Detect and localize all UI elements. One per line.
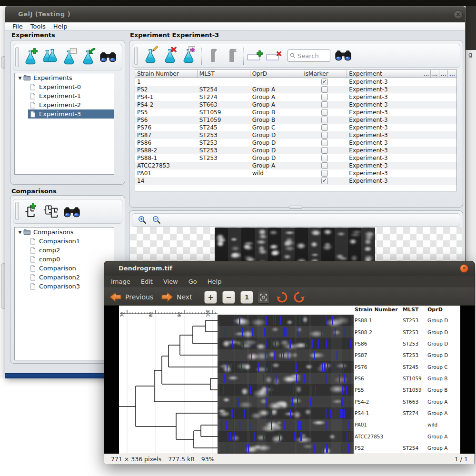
comparisons-panel-header: Comparisons <box>11 188 57 195</box>
column-header-strain[interactable]: Strain Number <box>135 70 198 78</box>
previous-button[interactable] <box>109 292 122 302</box>
ismarker-checkbox[interactable] <box>321 86 328 93</box>
viewer-zoom-out-button[interactable]: − <box>222 291 235 304</box>
column-header-more[interactable]: ... <box>448 70 456 78</box>
new-comparison-button[interactable] <box>22 204 40 220</box>
duplicate-comparison-button[interactable] <box>42 204 60 220</box>
best-fit-button[interactable] <box>257 291 270 304</box>
ismarker-checkbox[interactable] <box>321 94 328 100</box>
menu-item[interactable]: File <box>12 23 23 30</box>
menu-item[interactable]: Go <box>188 278 197 285</box>
ismarker-checkbox[interactable] <box>321 79 328 85</box>
comparison-tree-item[interactable]: Comparison <box>15 264 114 273</box>
experiment-tree-item[interactable]: Experiment-2 <box>15 100 114 109</box>
column-header-more[interactable]: ... <box>422 70 431 78</box>
ismarker-checkbox[interactable] <box>321 132 328 139</box>
ismarker-checkbox[interactable] <box>321 155 328 161</box>
import-experiment-button[interactable] <box>79 48 97 66</box>
comparison-tree-item[interactable]: comp2 <box>15 246 114 255</box>
column-header-more[interactable]: ... <box>439 70 448 78</box>
next-label[interactable]: Next <box>177 293 192 301</box>
table-row[interactable]: PS88-2 ST253 Group D Experiment-3 <box>135 147 456 154</box>
duplicate-experiment-button[interactable] <box>40 48 59 66</box>
search-comparisons-button[interactable] <box>62 205 81 219</box>
delete-experiment-button[interactable] <box>161 47 178 65</box>
table-row[interactable]: PS86 ST253 Group D Experiment-3 <box>135 139 456 147</box>
gelj-titlebar[interactable]: GelJ (Testing ) ✕ <box>5 7 465 22</box>
ismarker-checkbox[interactable] <box>321 109 328 116</box>
table-row[interactable]: PS4-2 ST663 Group A Experiment-3 <box>135 101 456 109</box>
viewer-close-button[interactable]: ✕ <box>460 264 468 273</box>
experiment-tree-item[interactable]: Experiment-0 <box>15 82 114 91</box>
export-experiment-button[interactable] <box>180 47 197 65</box>
menu-item[interactable]: Image <box>111 278 130 285</box>
column-header-ismarker[interactable]: isMarker <box>302 70 347 78</box>
ismarker-checkbox[interactable] <box>321 117 328 123</box>
gelj-close-button[interactable]: ✕ <box>454 10 463 19</box>
toolbar-grip[interactable] <box>134 47 138 65</box>
comparison-tree-item[interactable]: Comparison3 <box>15 282 114 291</box>
table-row[interactable]: PS87 ST253 Group D Experiment-3 <box>135 131 456 139</box>
comparisons-tree-root[interactable]: ▼ Comparisons <box>15 228 114 237</box>
new-experiment-button[interactable] <box>22 48 39 66</box>
comparison-tree-item[interactable]: Comparison1 <box>15 237 114 246</box>
table-row[interactable]: PS6 ST1059 Group B Experiment-3 <box>135 116 456 124</box>
comparison-tree-item[interactable]: comp0 <box>15 255 114 264</box>
toolbar-grip[interactable] <box>15 47 19 67</box>
ismarker-checkbox[interactable] <box>321 101 328 108</box>
ismarker-checkbox[interactable] <box>321 170 328 177</box>
expand-triangle-icon[interactable]: ▼ <box>17 230 23 235</box>
menu-item[interactable]: Tools <box>30 23 46 30</box>
table-row[interactable]: PS4-1 ST274 Group A Experiment-3 <box>135 93 456 101</box>
experiment-tree-item[interactable]: Experiment-1 <box>15 91 114 100</box>
zoom-in-button[interactable] <box>137 215 148 225</box>
table-row[interactable]: 14 Experiment-3 <box>135 177 456 185</box>
table-row[interactable]: PA01 wild Experiment-3 <box>135 169 456 177</box>
table-row[interactable]: 1 Experiment-3 <box>135 78 456 86</box>
menu-item[interactable]: Help <box>53 23 68 30</box>
previous-label[interactable]: Previous <box>125 293 153 301</box>
cell-experiment: Experiment-3 <box>347 79 422 85</box>
ismarker-checkbox[interactable] <box>321 139 328 146</box>
experiments-tree-root[interactable]: ▼ Experiments <box>15 73 114 82</box>
menu-item[interactable]: Edit <box>141 278 153 285</box>
viewer-zoom-in-button[interactable]: + <box>204 291 217 304</box>
ismarker-checkbox[interactable] <box>321 162 328 169</box>
rotate-right-button[interactable] <box>292 290 306 304</box>
cell-ismarker <box>302 101 347 108</box>
table-row[interactable]: ATCC27853 Group A Experiment-3 <box>135 162 456 169</box>
column-header-experiment[interactable]: Experiment <box>347 70 422 78</box>
lane-tool-button-disabled[interactable] <box>206 48 220 64</box>
menu-item[interactable]: View <box>163 278 178 285</box>
cell-ismarker <box>302 79 347 85</box>
load-experiment-button[interactable] <box>60 48 78 66</box>
table-row[interactable]: PS2 ST254 Group A Experiment-3 <box>135 86 456 93</box>
search-experiments-button[interactable] <box>99 49 118 65</box>
ismarker-checkbox[interactable] <box>321 147 328 154</box>
experiment-tree-item[interactable]: Experiment-3 <box>15 109 114 119</box>
cell-mlst: ST253 <box>198 147 250 154</box>
column-header-oprd[interactable]: OprD <box>250 70 302 78</box>
edit-experiment-button[interactable] <box>142 47 159 65</box>
zoom-out-button[interactable] <box>151 215 162 225</box>
delete-row-button[interactable] <box>266 50 282 62</box>
next-button[interactable] <box>160 292 174 302</box>
table-row[interactable]: PS76 ST245 Group C Experiment-3 <box>135 124 456 131</box>
toolbar-grip[interactable] <box>15 202 19 220</box>
column-header-more[interactable]: ... <box>431 70 439 78</box>
table-row[interactable]: PS5 ST1059 Group B Experiment-3 <box>135 109 456 116</box>
table-row[interactable]: PS88-1 ST253 Group D Experiment-3 <box>135 154 456 162</box>
column-header-mlst[interactable]: MLST <box>198 70 250 78</box>
add-row-button[interactable] <box>247 50 263 62</box>
comparison-tree-item[interactable]: Comparison2 <box>15 273 114 282</box>
ismarker-checkbox[interactable] <box>321 124 328 131</box>
ismarker-checkbox[interactable] <box>321 178 328 184</box>
lane-flag-tool-button-disabled[interactable] <box>225 48 239 64</box>
search-rows-button[interactable] <box>334 49 353 63</box>
expand-triangle-icon[interactable]: ▼ <box>17 76 23 80</box>
normal-size-button[interactable]: 1 <box>240 291 253 304</box>
panel-splitter-handle[interactable] <box>289 206 302 209</box>
menu-item[interactable]: Help <box>208 278 222 285</box>
viewer-titlebar[interactable]: Dendrogram.tif ✕ <box>104 261 475 276</box>
rotate-left-button[interactable] <box>275 290 288 304</box>
